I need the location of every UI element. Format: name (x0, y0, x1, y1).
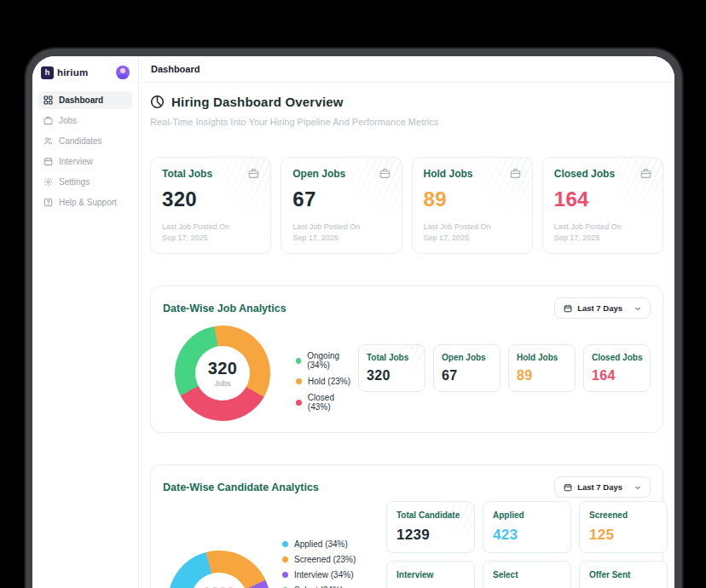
mini-card-screened: Screened 125 (579, 501, 668, 553)
legend-dot (296, 378, 302, 384)
legend-item: Interview (34%) (282, 570, 358, 579)
chevron-down-icon (634, 305, 641, 312)
page-title: Dashboard (151, 64, 200, 74)
job-donut-center-label: Jobs (214, 379, 230, 388)
legend-item: Closed (43%) (296, 393, 358, 412)
legend-item: Screened (23%) (282, 555, 358, 564)
overview-header: Hiring Dashboard Overview (150, 95, 663, 109)
mini-card-offer-sent: Offer Sent 72 (579, 561, 668, 588)
sidebar-item-candidates[interactable]: Candidates (38, 132, 132, 150)
mini-card-total-jobs: Total Jobs 320 (358, 344, 425, 392)
job-donut-chart: 320 Jobs (175, 326, 270, 421)
sidebar-item-label: Help & Support (59, 198, 117, 207)
sidebar-item-interview[interactable]: Interview (38, 153, 132, 170)
stat-footer: Last Job Posted On Sep 17, 2025 (162, 222, 259, 243)
job-analytics-date-filter[interactable]: Last 7 Days (554, 297, 651, 319)
content: Hiring Dashboard Overview Real-Time Insi… (139, 83, 674, 588)
sidebar-item-label: Jobs (59, 116, 77, 125)
stat-value: 67 (292, 187, 390, 211)
candidate-analytics-date-filter[interactable]: Last 7 Days (554, 476, 651, 498)
job-analytics-title: Date-Wise Job Analytics (163, 303, 286, 314)
device-frame: h hirium Dashboard Jobs Candidates (26, 49, 682, 588)
candidate-mini-cards: Total Candidate 1239 Applied 423 Screene… (386, 501, 668, 588)
stat-footer: Last Job Posted On Sep 17, 2025 (554, 222, 651, 243)
overview-subtitle: Real-Time Insights Into Your Hiring Pipe… (150, 117, 663, 127)
briefcase-icon (379, 168, 391, 179)
sidebar: h hirium Dashboard Jobs Candidates (32, 56, 139, 588)
briefcase-icon (510, 168, 521, 179)
mini-card-closed-jobs: Closed Jobs 164 (583, 344, 651, 392)
mini-card-interview: Interview 227 (386, 561, 475, 588)
legend-dot (282, 556, 288, 562)
stat-value: 164 (554, 187, 651, 211)
chevron-down-icon (634, 484, 641, 491)
pie-chart-icon (150, 95, 165, 109)
mini-card-total-candidate: Total Candidate 1239 (386, 501, 475, 553)
sidebar-item-label: Dashboard (59, 95, 103, 105)
legend-dot (282, 572, 288, 578)
stat-footer: Last Job Posted On Sep 17, 2025 (292, 222, 390, 243)
sidebar-item-label: Settings (59, 177, 90, 187)
briefcase-icon (43, 116, 53, 125)
logo-text: hirium (57, 67, 88, 78)
job-donut-center-value: 320 (208, 359, 237, 378)
calendar-icon (564, 483, 572, 492)
stat-value: 320 (162, 187, 259, 211)
dashboard-grid-icon (43, 95, 53, 105)
logo-icon: h (41, 66, 54, 79)
stat-card-total-jobs: Total Jobs 320 Last Job Posted On Sep 17… (150, 157, 271, 254)
stat-title: Hold Jobs (424, 168, 473, 180)
overview-title: Hiring Dashboard Overview (171, 95, 344, 109)
mini-card-hold-jobs: Hold Jobs 89 (508, 344, 576, 392)
candidate-donut-center-value: 1239 (203, 584, 234, 588)
legend-item: Hold (23%) (296, 377, 358, 386)
candidate-legend: Applied (34%) Screened (23%) Interview (… (282, 539, 358, 588)
stat-card-open-jobs: Open Jobs 67 Last Job Posted On Sep 17, … (281, 157, 402, 254)
mini-card-open-jobs: Open Jobs 67 (433, 344, 501, 392)
user-avatar[interactable] (116, 66, 130, 79)
job-mini-cards: Total Jobs 320 Open Jobs 67 Hold Jobs 89 (358, 344, 651, 392)
sidebar-item-help[interactable]: Help & Support (38, 193, 132, 211)
stat-card-closed-jobs: Closed Jobs 164 Last Job Posted On Sep 1… (542, 157, 663, 254)
gear-icon (43, 177, 53, 187)
stat-card-hold-jobs: Hold Jobs 89 Last Job Posted On Sep 17, … (412, 157, 533, 254)
main-area: Dashboard Hiring Dashboard Overview Real… (139, 56, 674, 588)
briefcase-icon (248, 168, 259, 179)
legend-dot (296, 400, 302, 406)
job-analytics-panel: Date-Wise Job Analytics Last 7 Days 320 … (150, 285, 663, 433)
app-screen: h hirium Dashboard Jobs Candidates (32, 56, 674, 588)
mini-card-select: Select 143 (483, 561, 571, 588)
legend-dot (296, 358, 301, 364)
help-icon (43, 198, 53, 207)
sidebar-item-dashboard[interactable]: Dashboard (38, 91, 132, 109)
topbar: Dashboard (139, 56, 674, 83)
legend-item: Applied (34%) (282, 539, 358, 549)
logo: h hirium (38, 64, 132, 88)
sidebar-item-jobs[interactable]: Jobs (38, 112, 132, 130)
legend-item: Ongoing (34%) (296, 351, 358, 370)
stat-title: Total Jobs (162, 168, 212, 180)
candidate-analytics-panel: Date-Wise Candidate Analytics Last 7 Day… (150, 464, 663, 588)
briefcase-icon (640, 168, 651, 179)
mini-card-applied: Applied 423 (483, 501, 571, 553)
candidate-analytics-title: Date-Wise Candidate Analytics (163, 481, 319, 493)
stat-value: 89 (424, 187, 521, 211)
legend-dot (282, 541, 288, 547)
stat-title: Open Jobs (292, 168, 345, 180)
sidebar-item-settings[interactable]: Settings (38, 173, 132, 191)
job-legend: Ongoing (34%) Hold (23%) Closed (43%) (296, 351, 358, 412)
stat-footer: Last Job Posted On Sep 17, 2025 (424, 222, 521, 243)
sidebar-menu: Dashboard Jobs Candidates Interview Sett… (38, 91, 132, 211)
calendar-icon (564, 304, 572, 313)
stat-card-row: Total Jobs 320 Last Job Posted On Sep 17… (150, 157, 663, 254)
stat-title: Closed Jobs (554, 168, 615, 180)
sidebar-item-label: Interview (59, 157, 93, 166)
sidebar-item-label: Candidates (59, 136, 102, 146)
candidate-donut-chart: 1239 (168, 551, 270, 588)
calendar-icon (43, 157, 53, 166)
candidate-chart-block: 1239 Applied (34%) Screened (163, 501, 386, 588)
users-icon (43, 136, 53, 146)
